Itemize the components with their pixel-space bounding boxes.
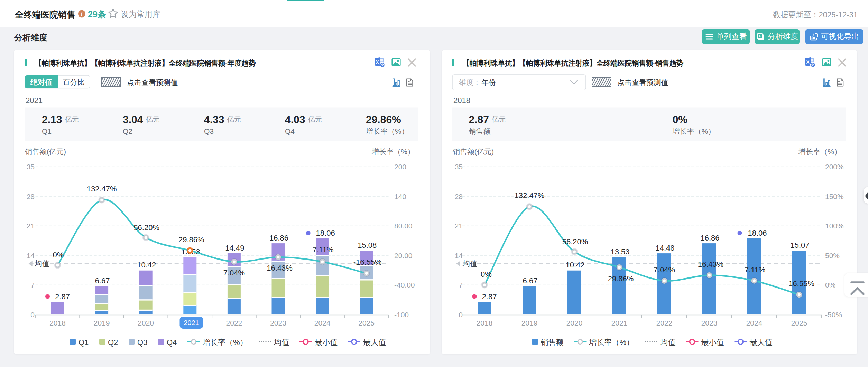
svg-text:Q2: Q2: [123, 127, 132, 135]
svg-text:7.04%: 7.04%: [223, 269, 245, 277]
svg-text:2018: 2018: [477, 319, 493, 327]
svg-text:200%: 200%: [825, 163, 844, 171]
svg-text:【帕博利珠单抗】【帕博利珠单抗注射液】全终端医院销售额-销售: 【帕博利珠单抗】【帕博利珠单抗注射液】全终端医院销售额-销售趋势: [462, 59, 683, 67]
svg-text:-100: -100: [394, 311, 409, 319]
svg-text:增长率（%）: 增长率（%）: [672, 127, 715, 135]
svg-text:0: 0: [459, 311, 463, 319]
svg-text:X: X: [806, 59, 810, 65]
svg-text:15.07: 15.07: [790, 241, 809, 250]
svg-text:Q4: Q4: [285, 127, 295, 135]
svg-text:16.43%: 16.43%: [267, 264, 293, 272]
svg-text:2024: 2024: [746, 319, 763, 327]
svg-text:35: 35: [27, 163, 35, 171]
svg-text:7.11%: 7.11%: [313, 245, 334, 254]
svg-text:-16.55%: -16.55%: [786, 279, 814, 288]
svg-text:绝对值: 绝对值: [30, 78, 52, 86]
svg-text:2023: 2023: [270, 319, 286, 327]
svg-text:100%: 100%: [825, 222, 844, 230]
svg-text:10.42: 10.42: [137, 261, 156, 269]
svg-text:销售额: 销售额: [469, 127, 491, 135]
svg-text:0: 0: [30, 311, 35, 319]
svg-text:百分比: 百分比: [63, 78, 85, 86]
svg-text:2025: 2025: [791, 319, 807, 327]
svg-text:16.86: 16.86: [700, 234, 719, 242]
svg-text:2022: 2022: [226, 319, 242, 327]
svg-text:7.11%: 7.11%: [745, 265, 766, 274]
svg-text:132.47%: 132.47%: [87, 185, 117, 193]
svg-text:Q3: Q3: [137, 338, 147, 347]
svg-text:6.67: 6.67: [95, 276, 110, 285]
svg-text:28: 28: [455, 192, 463, 200]
svg-text:18.06: 18.06: [316, 229, 335, 237]
svg-text:2.87: 2.87: [482, 292, 497, 301]
svg-text:14.48: 14.48: [655, 244, 674, 252]
svg-text:140: 140: [394, 192, 406, 200]
svg-text:28: 28: [27, 192, 35, 200]
svg-text:56.20%: 56.20%: [133, 223, 159, 232]
svg-text:均值: 均值: [35, 260, 49, 267]
svg-text:销售额: 销售额: [541, 338, 564, 347]
svg-text:13.53: 13.53: [610, 247, 629, 256]
svg-text:15.08: 15.08: [358, 241, 377, 250]
svg-text:2020: 2020: [566, 319, 583, 327]
svg-text:年份: 年份: [481, 78, 496, 86]
svg-text:最小值: 最小值: [315, 338, 338, 347]
svg-text:0%: 0%: [481, 270, 492, 279]
svg-text:7: 7: [30, 281, 35, 289]
svg-text:最大值: 最大值: [363, 338, 386, 347]
svg-text:2018: 2018: [453, 96, 470, 105]
svg-text:增长率（%）: 增长率（%）: [589, 338, 634, 347]
svg-text:0%: 0%: [673, 114, 687, 125]
svg-text:点击查看预测值: 点击查看预测值: [127, 78, 178, 86]
svg-text:2024: 2024: [314, 319, 331, 327]
svg-text:2018: 2018: [49, 319, 66, 327]
svg-text:14.49: 14.49: [225, 244, 244, 252]
svg-text:21: 21: [455, 222, 463, 230]
svg-text:最大值: 最大值: [750, 338, 773, 347]
svg-text:Q1: Q1: [79, 338, 89, 347]
svg-text:2021: 2021: [26, 96, 43, 105]
svg-text:21: 21: [27, 222, 35, 230]
svg-text:150%: 150%: [825, 192, 844, 200]
svg-text:销售额(亿元): 销售额(亿元): [25, 148, 66, 156]
svg-text:80.00: 80.00: [394, 222, 413, 230]
svg-text:7: 7: [459, 281, 463, 289]
svg-text:Q4: Q4: [167, 338, 177, 347]
svg-text:14: 14: [455, 252, 463, 260]
svg-text:2022: 2022: [656, 319, 673, 327]
svg-text:Q2: Q2: [108, 338, 118, 347]
svg-text:200: 200: [394, 163, 406, 171]
svg-text:维度：: 维度：: [459, 78, 481, 86]
svg-text:最小值: 最小值: [701, 338, 724, 347]
svg-text:35: 35: [455, 163, 463, 171]
svg-text:Q3: Q3: [204, 127, 214, 135]
svg-text:均值: 均值: [462, 260, 477, 267]
svg-text:-16.55%: -16.55%: [353, 258, 382, 266]
svg-text:56.20%: 56.20%: [562, 237, 588, 246]
svg-text:16.86: 16.86: [269, 234, 288, 242]
svg-text:10.42: 10.42: [565, 261, 584, 269]
svg-text:29.86%: 29.86%: [178, 235, 204, 244]
svg-text:2019: 2019: [521, 319, 538, 327]
svg-text:2.87: 2.87: [55, 292, 70, 301]
svg-text:2023: 2023: [701, 319, 718, 327]
svg-text:18.06: 18.06: [748, 229, 767, 237]
svg-text:2025: 2025: [358, 319, 375, 327]
svg-text:29.86%: 29.86%: [366, 114, 401, 125]
svg-text:增长率（%）: 增长率（%）: [202, 338, 248, 347]
svg-text:【帕博利珠单抗】【帕博利珠单抗注射液】全终端医院销售额-年度: 【帕博利珠单抗】【帕博利珠单抗注射液】全终端医院销售额-年度趋势: [35, 59, 256, 67]
svg-text:均值: 均值: [660, 338, 676, 347]
svg-text:Q1: Q1: [42, 127, 52, 135]
svg-text:7.04%: 7.04%: [654, 265, 675, 274]
svg-text:-40.00: -40.00: [394, 281, 415, 289]
svg-text:增长率（%）: 增长率（%）: [798, 148, 841, 156]
svg-text:20.00: 20.00: [394, 252, 413, 260]
svg-text:50%: 50%: [825, 252, 840, 260]
svg-text:增长率（%）: 增长率（%）: [366, 127, 409, 135]
svg-text:-50%: -50%: [825, 311, 842, 319]
svg-text:132.47%: 132.47%: [515, 191, 545, 200]
svg-text:14: 14: [27, 252, 35, 260]
svg-text:X: X: [376, 59, 379, 65]
svg-text:0%: 0%: [825, 281, 835, 289]
svg-text:均值: 均值: [274, 338, 289, 347]
